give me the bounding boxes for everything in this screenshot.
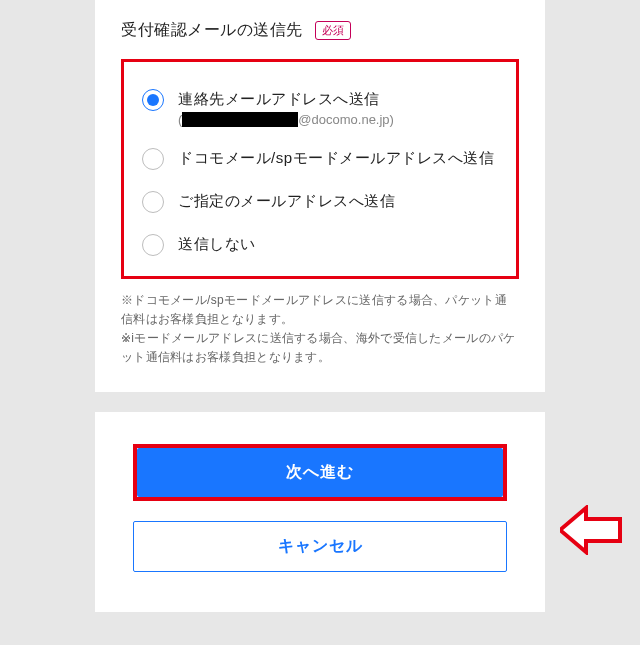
cancel-button[interactable]: キャンセル [133, 521, 507, 572]
radio-label: ドコモメール/spモードメールアドレスへ送信 [178, 147, 494, 169]
arrow-left-icon [560, 505, 622, 555]
sublabel-domain: @docomo.ne.jp) [298, 112, 394, 127]
radio-circle-icon [142, 89, 164, 111]
radio-label: ご指定のメールアドレスへ送信 [178, 190, 395, 212]
radio-option-docomo-sp[interactable]: ドコモメール/spモードメールアドレスへ送信 [142, 137, 498, 180]
section-title: 受付確認メールの送信先 [121, 20, 303, 41]
next-button[interactable]: 次へ進む [137, 448, 503, 497]
primary-button-highlight: 次へ進む [133, 444, 507, 501]
radio-sublabel: ( @docomo.ne.jp) [178, 112, 394, 127]
radio-group-highlight: 連絡先メールアドレスへ送信 ( @docomo.ne.jp) ドコモメール/sp… [121, 59, 519, 279]
redacted-email-local [182, 112, 298, 127]
radio-label: 連絡先メールアドレスへ送信 [178, 88, 394, 110]
note-text-2: ※iモードメールアドレスに送信する場合、海外で受信したメールのパケット通信料はお… [121, 329, 519, 367]
radio-option-contact-email[interactable]: 連絡先メールアドレスへ送信 ( @docomo.ne.jp) [142, 78, 498, 137]
section-header: 受付確認メールの送信先 必須 [121, 20, 519, 41]
radio-option-specified-email[interactable]: ご指定のメールアドレスへ送信 [142, 180, 498, 223]
radio-label: 送信しない [178, 233, 256, 255]
note-text-1: ※ドコモメール/spモードメールアドレスに送信する場合、パケット通信料はお客様負… [121, 291, 519, 329]
radio-circle-icon [142, 148, 164, 170]
required-badge: 必須 [315, 21, 351, 40]
radio-circle-icon [142, 191, 164, 213]
radio-option-no-send[interactable]: 送信しない [142, 223, 498, 266]
radio-circle-icon [142, 234, 164, 256]
